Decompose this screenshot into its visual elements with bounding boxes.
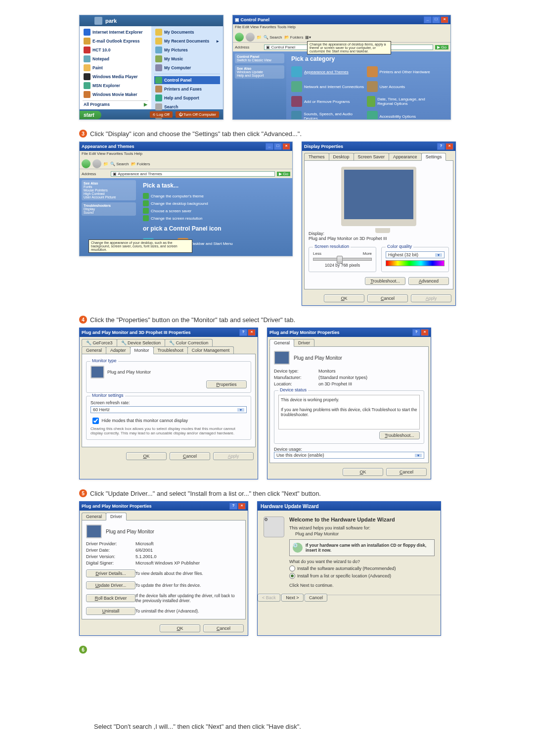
search-icon[interactable]: 🔍 Search: [110, 162, 129, 166]
back-button[interactable]: [235, 33, 244, 42]
minimize-button[interactable]: _: [424, 16, 432, 23]
next-button[interactable]: Next >: [281, 594, 303, 602]
help-button[interactable]: ?: [437, 143, 445, 150]
go-button[interactable]: ▶ Go: [435, 45, 448, 49]
start-item-printers[interactable]: Printers and Faxes: [154, 85, 220, 93]
folders-icon[interactable]: 📂 Folders: [131, 162, 150, 166]
resolution-slider[interactable]: [313, 258, 372, 261]
tab-screensaver[interactable]: Screen Saver: [354, 153, 390, 160]
task-resolution[interactable]: Change the screen resolution: [143, 215, 287, 221]
start-item-email[interactable]: E-mail Outlook Express: [83, 37, 148, 45]
close-button[interactable]: ×: [248, 329, 256, 336]
cancel-button[interactable]: Cancel: [386, 468, 427, 476]
tab-themes[interactable]: Themes: [304, 153, 329, 160]
tab-driver[interactable]: Driver: [106, 513, 127, 520]
menu-bar[interactable]: File Edit View Favorites Tools Help: [80, 151, 292, 159]
start-item-controlpanel[interactable]: Control Panel: [154, 76, 220, 84]
start-item-internet[interactable]: Internet Internet Explorer: [83, 28, 148, 36]
back-button[interactable]: [82, 159, 90, 168]
cat-network[interactable]: Network and Internet Connections: [291, 81, 365, 92]
tab-colormgmt[interactable]: Color Management: [187, 346, 234, 354]
forward-button[interactable]: [246, 33, 255, 42]
cat-datetime[interactable]: Date, Time, Language, and Regional Optio…: [367, 96, 441, 107]
views-icon[interactable]: ▦▾: [305, 35, 311, 40]
help-button[interactable]: ?: [239, 329, 247, 336]
tab-troubleshoot[interactable]: Troubleshoot: [153, 346, 188, 354]
cat-accessibility[interactable]: Accessibility Options: [367, 111, 441, 120]
logoff-button[interactable]: ⎋ Log Off: [150, 111, 172, 118]
start-item-hct[interactable]: HCT 10.0: [83, 46, 148, 54]
start-button[interactable]: start: [80, 111, 101, 119]
close-button[interactable]: ×: [282, 143, 290, 150]
tab-monitor[interactable]: Monitor: [130, 346, 154, 354]
cat-users[interactable]: User Accounts: [367, 81, 441, 92]
cancel-button[interactable]: Cancel: [170, 452, 210, 460]
menu-bar[interactable]: File Edit View Favorites Tools Help: [233, 24, 450, 32]
cancel-button[interactable]: Cancel: [305, 594, 327, 602]
start-item-search[interactable]: Search: [154, 103, 220, 111]
up-icon[interactable]: 📁: [103, 162, 108, 166]
tab-deviceselection[interactable]: 🔧 Device Selection: [117, 339, 166, 346]
help-support-link[interactable]: Help and Support: [237, 74, 264, 77]
maximize-button[interactable]: □: [432, 16, 440, 23]
tab-desktop[interactable]: Desktop: [329, 153, 354, 160]
start-item-mydocs[interactable]: My Documents: [154, 28, 220, 36]
radio-list[interactable]: Install from a list or specific location…: [289, 573, 435, 579]
update-driver-button[interactable]: Update Driver...: [86, 581, 135, 589]
start-item-mypics[interactable]: My Pictures: [154, 46, 220, 54]
tab-geforce[interactable]: 🔧 GeForce3: [82, 339, 117, 346]
folders-icon[interactable]: 📂 Folders: [284, 35, 304, 40]
address-input[interactable]: ▣ Appearance and Themes: [111, 171, 275, 177]
close-button[interactable]: ×: [238, 503, 246, 510]
cat-sounds[interactable]: Sounds, Speech, and Audio Devices: [291, 111, 365, 120]
start-item-msn[interactable]: MSN Explorer: [83, 82, 148, 90]
all-programs[interactable]: All Programs ▶: [83, 100, 148, 107]
color-quality-combo[interactable]: Highest (32 bit)▼: [386, 251, 445, 258]
tab-driver[interactable]: Driver: [294, 339, 314, 346]
maximize-button[interactable]: □: [274, 143, 282, 150]
cat-appearance[interactable]: Appearance and Themes: [291, 66, 365, 77]
go-button[interactable]: ▶ Go: [277, 172, 290, 176]
troubleshoot-button[interactable]: Troubleshoot...: [379, 431, 420, 439]
shutdown-button[interactable]: ⏻ Turn Off Computer: [176, 111, 219, 118]
up-icon[interactable]: 📁: [257, 35, 262, 40]
start-item-recent[interactable]: My Recent Documents▸: [154, 37, 220, 45]
tab-general[interactable]: General: [269, 339, 294, 347]
start-item-wmp[interactable]: Windows Media Player: [83, 73, 148, 81]
ok-button[interactable]: OK: [160, 624, 200, 632]
ok-button[interactable]: OK: [343, 468, 383, 476]
ok-button[interactable]: OK: [324, 294, 364, 302]
tab-adapter[interactable]: Adapter: [106, 346, 131, 354]
usage-combo[interactable]: Use this device (enable)▼: [274, 452, 424, 459]
back-button[interactable]: < Back: [258, 594, 280, 602]
task-screensaver[interactable]: Choose a screen saver: [143, 208, 287, 214]
task-background[interactable]: Change the desktop background: [143, 200, 287, 206]
search-icon[interactable]: 🔍 Search: [264, 35, 282, 40]
rollback-driver-button[interactable]: Roll Back Driver: [86, 594, 135, 602]
tab-settings[interactable]: Settings: [421, 153, 446, 161]
tab-appearance[interactable]: Appearance: [389, 153, 422, 160]
windows-update-link[interactable]: Windows Update: [237, 70, 263, 74]
start-item-moviemaker[interactable]: Windows Movie Maker: [83, 91, 148, 98]
advanced-button[interactable]: Advanced: [408, 277, 449, 285]
start-item-mycomputer[interactable]: My Computer: [154, 64, 220, 72]
radio-auto[interactable]: Install the software automatically (Reco…: [289, 566, 435, 571]
ok-button[interactable]: OK: [126, 452, 167, 460]
close-button[interactable]: ×: [441, 16, 448, 23]
switch-classic-link[interactable]: Switch to Classic View: [237, 58, 271, 62]
forward-button[interactable]: [92, 159, 101, 168]
cancel-button[interactable]: Cancel: [203, 624, 244, 632]
tab-general[interactable]: General: [82, 513, 106, 520]
uninstall-button[interactable]: Uninstall: [86, 607, 135, 615]
driver-details-button[interactable]: Driver Details...: [86, 569, 135, 577]
troubleshoot-button[interactable]: Troubleshoot...: [365, 277, 405, 285]
tab-general[interactable]: General: [82, 346, 106, 354]
start-item-mymusic[interactable]: My Music: [154, 55, 220, 63]
help-button[interactable]: ?: [412, 329, 420, 336]
cancel-button[interactable]: Cancel: [367, 294, 408, 302]
help-button[interactable]: ?: [229, 503, 237, 510]
apply-button[interactable]: Apply: [411, 294, 451, 302]
start-item-notepad[interactable]: Notepad: [83, 55, 148, 63]
close-button[interactable]: ×: [421, 329, 429, 336]
apply-button[interactable]: Apply: [213, 452, 254, 460]
